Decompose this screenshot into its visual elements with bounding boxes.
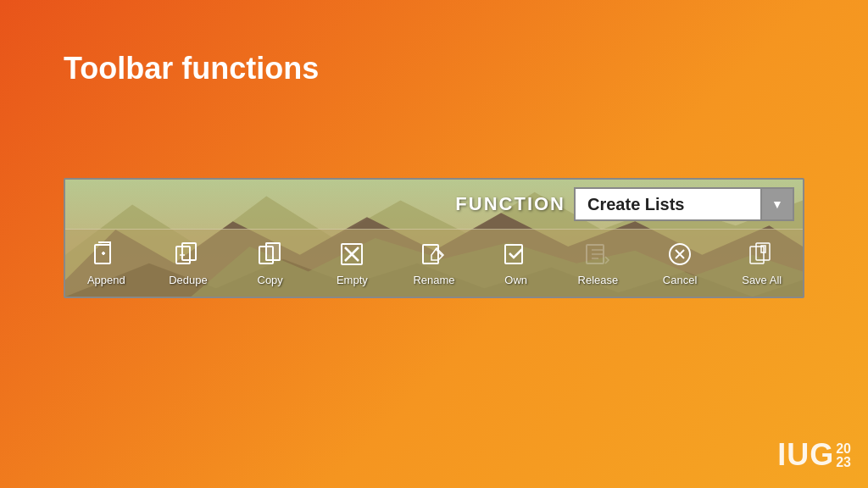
toolbar-btn-dedupe[interactable]: Dedupe: [147, 235, 230, 290]
release-label: Release: [578, 274, 619, 286]
iug-year-bottom: 23: [836, 456, 851, 469]
saveall-icon: [746, 238, 778, 270]
toolbar-btn-saveall[interactable]: Save All: [721, 235, 803, 290]
own-icon: [500, 238, 532, 270]
svg-rect-10: [266, 243, 280, 260]
toolbar-btn-cancel[interactable]: Cancel: [639, 235, 721, 290]
toolbar-btn-empty[interactable]: Empty: [311, 235, 393, 290]
saveall-label: Save All: [742, 274, 782, 286]
own-label: Own: [504, 274, 527, 286]
toolbar-btn-own[interactable]: Own: [475, 235, 557, 290]
empty-icon: [336, 238, 368, 270]
copy-icon: [254, 238, 287, 270]
slide-title: Toolbar functions: [64, 51, 319, 86]
append-icon: [90, 238, 122, 270]
rename-icon: [418, 238, 450, 270]
append-label: Append: [87, 274, 125, 286]
toolbar-btn-release[interactable]: Release: [557, 235, 639, 290]
function-label: FUNCTION: [455, 193, 565, 215]
toolbar-btn-append[interactable]: Append: [65, 235, 147, 290]
rename-label: Rename: [413, 274, 454, 286]
function-bar: FUNCTION Create Lists Modify Lists Delet…: [65, 180, 803, 229]
toolbar-btn-rename[interactable]: Rename: [393, 235, 476, 290]
cancel-icon: [664, 238, 696, 270]
iug-text: IUG: [777, 437, 834, 473]
function-select[interactable]: Create Lists Modify Lists Delete Lists: [574, 187, 760, 221]
toolbar-row: Append Dedupe: [65, 229, 803, 297]
svg-rect-14: [505, 245, 522, 263]
toolbar-btn-copy[interactable]: Copy: [229, 235, 311, 290]
toolbar-background: FUNCTION Create Lists Modify Lists Delet…: [65, 180, 803, 297]
cancel-label: Cancel: [663, 274, 697, 286]
empty-label: Empty: [337, 274, 368, 286]
copy-label: Copy: [258, 274, 283, 286]
dedupe-icon: [172, 238, 204, 270]
toolbar-container: FUNCTION Create Lists Modify Lists Delet…: [64, 178, 804, 298]
function-select-wrapper: Create Lists Modify Lists Delete Lists: [574, 187, 794, 221]
dedupe-label: Dedupe: [169, 274, 208, 286]
iug-year-top: 20: [836, 442, 851, 456]
release-icon: [581, 238, 614, 270]
function-dropdown-button[interactable]: [760, 187, 794, 221]
iug-badge: IUG 20 23: [777, 437, 851, 473]
iug-years: 20 23: [836, 442, 851, 469]
